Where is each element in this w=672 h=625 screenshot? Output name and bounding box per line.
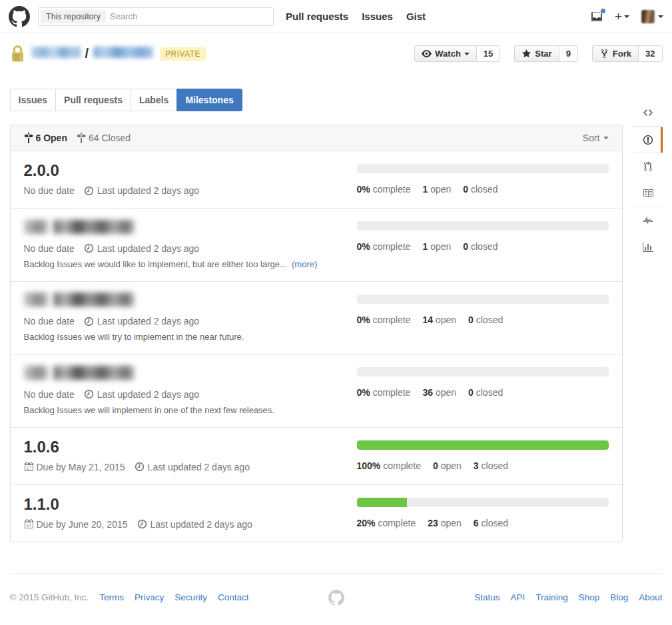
redacted-owner-name <box>31 47 81 58</box>
watch-button[interactable]: Watch <box>414 45 477 62</box>
milestone-title-link[interactable]: 1.1.0 <box>24 495 59 513</box>
closed-count-stat[interactable]: 0 closed <box>468 387 503 398</box>
code-icon <box>643 107 653 118</box>
milestone-last-updated: Last updated 2 days ago <box>84 316 199 326</box>
sidebar-item-pulse[interactable] <box>633 207 663 234</box>
milestone-due-date: No due date <box>24 243 75 254</box>
footer-link-status[interactable]: Status <box>474 592 500 602</box>
calendar-icon <box>24 462 33 472</box>
graph-icon <box>643 242 653 253</box>
fork-button[interactable]: Fork <box>592 45 639 62</box>
open-milestones-filter[interactable]: 6 Open <box>24 133 67 143</box>
milestone-title: 1.0.6 <box>24 437 344 457</box>
milestone-stats: 0% complete 36 open 0 closed <box>357 387 609 398</box>
footer-link-shop[interactable]: Shop <box>579 592 600 602</box>
sidebar-item-code[interactable] <box>633 99 663 126</box>
sidebar-item-graphs[interactable] <box>633 234 663 261</box>
footer-link-privacy[interactable]: Privacy <box>135 592 164 602</box>
header-nav-gist[interactable]: Gist <box>406 11 426 22</box>
repo-owner-link[interactable] <box>31 46 81 61</box>
tab-pull-requests[interactable]: Pull requests <box>55 89 131 111</box>
closed-count-stat[interactable]: 0 closed <box>463 184 498 195</box>
tab-issues[interactable]: Issues <box>10 89 57 111</box>
sidebar-group <box>633 99 663 127</box>
closed-count-stat[interactable]: 0 closed <box>463 241 498 252</box>
octocat-icon <box>9 6 30 27</box>
search-box[interactable]: This repository <box>38 7 274 26</box>
search-input[interactable] <box>106 9 270 24</box>
user-menu-button[interactable] <box>641 10 663 23</box>
milestones-list-header: 6 Open 64 Closed Sort <box>11 125 622 151</box>
milestone-row: No due date Last updated 2 days ago Back… <box>11 281 622 354</box>
footer-link-terms[interactable]: Terms <box>99 592 124 602</box>
caret-down-icon <box>603 137 609 139</box>
sidebar-group <box>633 127 663 207</box>
star-count[interactable]: 9 <box>559 45 578 62</box>
milestone-row: 1.1.0 Due by June 20, 2015 Last updated … <box>11 484 622 542</box>
milestone-title: 2.0.0 <box>24 161 344 181</box>
sidebar-item-issues[interactable] <box>633 127 663 153</box>
header-nav-issues[interactable]: Issues <box>362 11 393 22</box>
repo-actions: Watch15Star9Fork32 <box>414 45 662 62</box>
calendar-icon <box>24 519 33 530</box>
sidebar-item-wiki[interactable] <box>633 180 663 207</box>
tab-labels[interactable]: Labels <box>131 89 177 111</box>
repo-title: / <box>31 46 154 61</box>
footer-left: © 2015 GitHub, Inc. TermsPrivacySecurity… <box>10 592 249 602</box>
percent-complete-stat: 0% complete <box>357 184 411 195</box>
milestone-meta: No due date Last updated 2 days ago <box>24 185 344 196</box>
open-count-stat[interactable]: 1 open <box>422 184 451 195</box>
footer-link-api[interactable]: API <box>511 592 525 602</box>
clock-icon <box>84 186 94 196</box>
redacted-milestone-title <box>24 291 135 309</box>
progress-bar <box>357 367 609 376</box>
percent-complete-stat: 0% complete <box>357 241 411 252</box>
repo-name-link[interactable] <box>93 46 153 61</box>
site-header: This repository Pull requestsIssuesGist … <box>0 0 672 33</box>
sort-dropdown[interactable]: Sort <box>583 133 609 143</box>
milestone-row: No due date Last updated 2 days ago Back… <box>11 354 622 427</box>
header-nav-pull-requests[interactable]: Pull requests <box>286 11 348 22</box>
open-count-stat[interactable]: 1 open <box>422 241 451 252</box>
footer-github-logo[interactable] <box>328 590 344 606</box>
milestone-row: 1.0.6 Due by May 21, 2015 Last updated 2… <box>11 427 622 484</box>
footer-link-about[interactable]: About <box>639 592 662 602</box>
milestone-description: Backlog Issues we will implement in one … <box>24 405 344 415</box>
closed-count-stat[interactable]: 3 closed <box>474 460 508 471</box>
milestone-icon <box>24 133 33 143</box>
copyright: © 2015 GitHub, Inc. <box>10 592 89 602</box>
star-button[interactable]: Star <box>514 45 559 62</box>
closed-count-stat[interactable]: 6 closed <box>474 518 508 528</box>
milestone-title-link[interactable]: 1.0.6 <box>24 438 59 456</box>
footer-right: StatusAPITrainingShopBlogAbout <box>474 592 662 602</box>
closed-milestones-filter[interactable]: 64 Closed <box>77 133 131 143</box>
create-new-button[interactable]: + <box>615 10 629 23</box>
notifications-button[interactable] <box>591 11 603 23</box>
github-logo[interactable] <box>9 6 30 27</box>
footer-link-security[interactable]: Security <box>174 592 207 602</box>
open-count-stat[interactable]: 23 open <box>428 518 462 528</box>
milestone-title-link[interactable]: 2.0.0 <box>24 161 59 179</box>
footer-link-training[interactable]: Training <box>535 592 567 602</box>
percent-complete-stat: 100% complete <box>357 460 422 471</box>
milestone-title: 1.1.0 <box>24 494 344 514</box>
milestone-due-date: No due date <box>24 316 75 326</box>
percent-complete-stat: 0% complete <box>357 387 411 398</box>
more-link[interactable]: (more) <box>289 259 317 269</box>
watch-action-group: Watch15 <box>414 45 500 62</box>
open-count-stat[interactable]: 36 open <box>422 387 456 398</box>
milestone-title <box>24 218 344 239</box>
sidebar-item-pull-requests[interactable] <box>633 153 663 180</box>
fork-count[interactable]: 32 <box>639 45 662 62</box>
lock-icon <box>10 44 25 63</box>
pull-icon <box>643 161 653 172</box>
redacted-milestone-title <box>24 364 135 381</box>
footer-link-blog[interactable]: Blog <box>610 592 628 602</box>
open-count-stat[interactable]: 14 open <box>422 314 456 325</box>
watch-count[interactable]: 15 <box>477 45 500 62</box>
tab-milestones[interactable]: Milestones <box>176 89 242 111</box>
footer-link-contact[interactable]: Contact <box>218 592 249 602</box>
closed-count-stat[interactable]: 0 closed <box>468 314 503 325</box>
open-count-stat[interactable]: 0 open <box>433 460 462 471</box>
clock-icon <box>135 462 145 472</box>
